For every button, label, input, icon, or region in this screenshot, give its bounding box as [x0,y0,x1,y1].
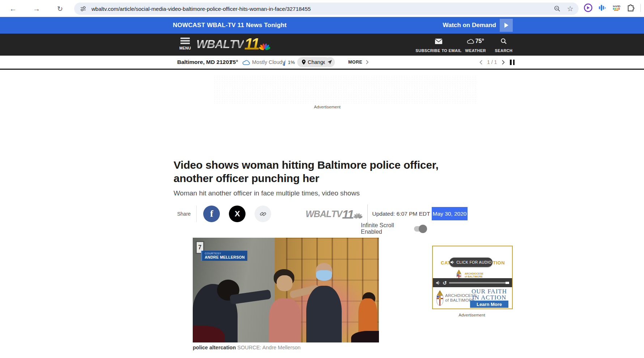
courtesy-badge: COURTESY ANDRE MELLERSON [201,251,247,261]
watch-play-button[interactable] [500,19,513,32]
back-icon[interactable]: ← [8,4,18,14]
nbc-peacock-gray-icon [354,213,362,219]
hamburger-icon [180,38,190,39]
carousel-prev-button[interactable] [479,56,483,69]
extension-invid-icon[interactable]: InVID [612,3,621,12]
replay-icon[interactable]: ↺ [443,280,447,286]
watch-on-demand-link[interactable]: Watch on Demand [443,17,496,34]
url-text[interactable]: wbaltv.com/article/social-media-video-ba… [91,6,553,12]
extensions-puzzle-icon[interactable] [626,3,635,12]
geolocate-button[interactable] [325,57,335,67]
ad-video-controls: ↺ [433,278,512,287]
divider [196,206,197,222]
share-label: Share [177,211,191,217]
share-facebook-button[interactable]: f [203,206,220,222]
search-icon [492,37,516,46]
logo-wbal-text: WBAL [196,38,230,51]
bookmark-star-icon[interactable]: ☆ [566,5,574,13]
reload-icon[interactable]: ↻ [55,4,65,14]
silhouette-officer [306,286,342,342]
precip-text: 1% [288,60,295,65]
officer-mask [316,270,332,281]
site-info-icon[interactable] [79,5,87,13]
infinite-scroll-label: Infinite Scroll Enabled [361,222,409,235]
carousel-next-button[interactable] [502,56,505,69]
header-temp: 75° [475,38,484,44]
menu-button[interactable]: MENU [178,36,192,50]
carousel-pause-button[interactable] [510,60,515,65]
location-text: Baltimore, MD 21201 [177,59,232,65]
video-caption: police altercation SOURCE: Andre Mellers… [193,345,300,350]
logo-tv-text: TV [230,38,244,51]
search-button[interactable]: SEARCH [492,37,516,53]
weather-bar: Baltimore, MD 21201 75° Mostly Cloudy 1% [0,56,644,70]
ad-headline-right: TION [493,260,505,266]
archdiocese-mini-logo [455,269,463,279]
article-subheadline: Woman hit another officer in face multip… [174,189,445,197]
change-label: Change [308,59,326,65]
promo-banner: NOWCAST WBAL-TV 11 News Tonight Watch on… [0,17,644,34]
mute-icon[interactable] [435,280,441,285]
article-video[interactable]: 7 COURTESY ANDRE MELLERSON [193,238,379,342]
infinite-scroll-row: Infinite Scroll Enabled [361,224,426,233]
page-indicator: 1 / 1 [487,59,497,65]
silhouette-woman [269,298,301,342]
speaker-icon [450,260,455,264]
browser-window: ← → ↻ wbaltv.com/article/social-media-vi… [0,0,644,358]
play-icon [504,23,508,28]
link-icon [259,210,266,217]
forward-icon[interactable]: → [31,4,42,14]
extension-speed-icon[interactable] [584,3,593,12]
nowcast-link[interactable]: NOWCAST WBAL-TV 11 News Tonight [173,17,287,34]
url-bar[interactable]: wbaltv.com/article/social-media-video-ba… [74,3,579,15]
top-ad-placeholder [213,75,477,104]
condition-text: Mostly Cloudy [252,59,285,65]
share-x-button[interactable]: X [229,206,246,222]
weatherbar-temp: 75° [230,59,238,65]
infinite-scroll-toggle[interactable] [414,226,426,232]
ad-playhead[interactable] [506,282,509,284]
share-copy-link-button[interactable] [255,206,271,222]
chevron-right-icon [366,60,369,65]
zoom-out-icon[interactable] [553,5,561,13]
archdiocese-shield-logo [435,290,445,307]
learn-more-button[interactable]: Learn More [470,301,508,308]
wbal-logo[interactable]: WBAL TV 11 [196,37,270,51]
ad-progress-bar[interactable] [449,282,509,284]
svg-text:InVID: InVID [613,5,620,8]
sidebar-ad: CAT TION CLICK FOR AUDIO ARCHDIOCESE of … [432,246,513,309]
wbal-gray-logo: WBAL TV 11 [306,209,362,219]
share-row: Share f X [177,205,280,223]
archdiocese-mini-text: ARCHDIOCESE of BALTIMORE [465,272,483,278]
chevron-left-icon [479,60,483,65]
updated-timestamp: Updated: 6:07 PM EDT May 30, 2020 [372,211,468,217]
site-header: MENU WBAL TV 11 [0,34,644,56]
toolbar-divider [640,4,641,12]
toggle-knob [419,225,427,233]
subscribe-email-button[interactable]: SUBSCRIBE TO EMAIL [413,37,464,53]
divider [367,204,368,223]
menu-label: MENU [178,46,192,50]
click-for-audio-button[interactable]: CLICK FOR AUDIO [449,258,492,267]
send-arrow-icon [327,60,332,65]
more-button[interactable]: MORE [348,56,369,69]
top-ad-label: Advertisement [304,105,351,109]
cloud-icon [467,38,474,44]
envelope-icon [413,37,464,46]
nbc-peacock-icon [259,43,270,51]
chevron-right-icon [502,60,505,65]
precip-icon [282,56,286,69]
ad-slogan: OUR FAITH IN ACTION [469,288,509,301]
byline: WBAL TV 11 Updated: 6:07 PM EDT May 30, … [306,204,468,224]
extension-audio-icon[interactable] [598,3,607,12]
ad-bottom-panel: ARCHDIOCESE of BALTIMORE OUR FAITH IN AC… [433,287,512,309]
weather-button[interactable]: 75° WEATHER [463,37,488,53]
selected-date-text: May 30, 2020 [432,207,468,220]
condition-cloud-icon [242,56,250,69]
sidebar-ad-label: Advertisement [448,313,495,317]
location-pin-icon [302,59,306,65]
logo-11-text: 11 [244,37,259,51]
article-headline: Video shows woman hitting Baltimore poli… [174,158,445,185]
browser-toolbar: ← → ↻ wbaltv.com/article/social-media-vi… [0,0,644,17]
